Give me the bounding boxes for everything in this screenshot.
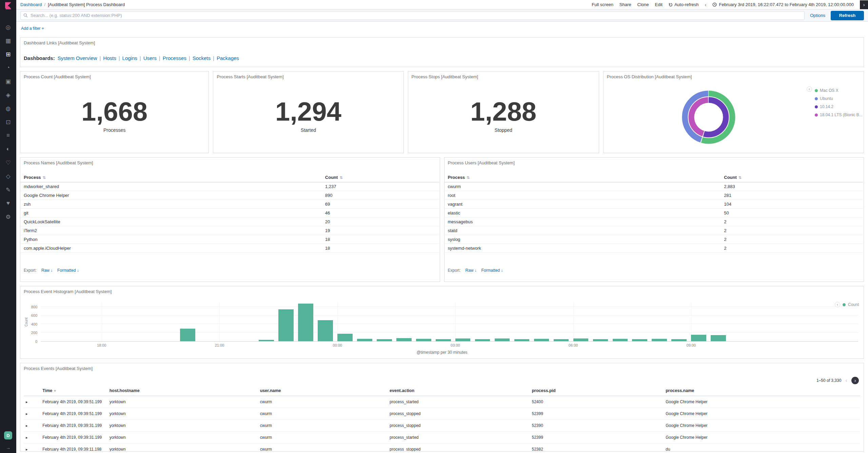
expand-row-icon[interactable]: ▸	[26, 435, 28, 439]
histogram-bar[interactable]	[711, 335, 726, 341]
histogram-bar[interactable]	[613, 339, 628, 341]
events-header-Time[interactable]: Time▾	[40, 386, 107, 396]
add-filter-link[interactable]: Add a filter +	[21, 26, 44, 31]
sidebar-item-apm-icon[interactable]: ◐	[0, 142, 16, 156]
users-header-count[interactable]: Count⇅	[721, 173, 863, 182]
events-header-host-hostname[interactable]: host.hostname	[107, 386, 258, 396]
dashboard-link-sockets[interactable]: Sockets	[193, 55, 211, 61]
expand-row-icon[interactable]: ▸	[26, 424, 28, 428]
link-separator: |	[99, 55, 101, 61]
export-raw-link[interactable]: Raw ↓	[41, 268, 53, 273]
dashboard-link-logins[interactable]: Logins	[122, 55, 137, 61]
expand-row-icon[interactable]: ▸	[26, 447, 28, 451]
histogram-bar[interactable]	[652, 339, 667, 341]
donut-legend: Mac OS XUbuntu10.14.218.04.1 LTS (Bionic…	[815, 86, 860, 119]
histogram-bar[interactable]	[357, 339, 372, 341]
names-header-count[interactable]: Count⇅	[322, 173, 439, 182]
histogram-bar[interactable]	[495, 338, 510, 341]
breadcrumb-dashboard-link[interactable]: Dashboard	[20, 2, 42, 7]
histogram-bar[interactable]	[337, 334, 353, 341]
events-header-process-pid[interactable]: process.pid	[530, 386, 664, 396]
sidebar-expand-icon[interactable]: →	[6, 445, 11, 450]
query-options-link[interactable]: Options	[810, 13, 825, 18]
events-header-user-name[interactable]: user.name	[258, 386, 388, 396]
histogram-bar[interactable]	[377, 339, 392, 341]
pagination-prev-button[interactable]: ‹	[845, 377, 847, 384]
search-input[interactable]	[31, 13, 802, 18]
sidebar-item-management-icon[interactable]: ⚙	[0, 210, 16, 224]
sidebar-item-dashboard-icon[interactable]: ⊞	[0, 47, 16, 61]
dashboard-link-users[interactable]: Users	[143, 55, 157, 61]
sidebar-item-maps-icon[interactable]: ◈	[0, 88, 16, 102]
topnav-share-button[interactable]: Share	[619, 2, 631, 7]
sidebar-item-uptime-icon[interactable]: ♡	[0, 156, 16, 169]
sidebar-item-visualize-icon[interactable]: ▦	[0, 34, 16, 47]
space-avatar-default[interactable]: D	[4, 431, 12, 439]
histogram-bar[interactable]	[691, 335, 706, 341]
histogram-bar[interactable]	[514, 339, 530, 341]
names-table-row: iTerm219	[20, 226, 439, 235]
histogram-bar[interactable]	[573, 338, 589, 341]
topnav-clone-button[interactable]: Clone	[637, 2, 649, 7]
histogram-bar[interactable]	[416, 339, 431, 341]
histogram-bar[interactable]	[671, 339, 687, 341]
histogram-bar[interactable]	[475, 339, 490, 341]
legend-label: Mac OS X	[820, 88, 839, 93]
expand-row-icon[interactable]: ▸	[26, 400, 28, 404]
events-header-process-name[interactable]: process.name	[664, 386, 860, 396]
sidebar-item-canvas-icon[interactable]: ▣	[0, 75, 16, 88]
topnav-full-screen-button[interactable]: Full screen	[592, 2, 613, 7]
export-raw-label: Raw	[41, 268, 50, 273]
legend-item-10-14-2[interactable]: 10.14.2	[815, 103, 860, 111]
legend-label: 18.04.1 LTS (Bionic B...	[820, 112, 863, 117]
histogram-bar[interactable]	[455, 338, 471, 341]
gridline-horizontal	[41, 307, 858, 307]
sidebar-item-logs-icon[interactable]: ≡	[0, 129, 16, 142]
sidebar-item-machine-learning-icon[interactable]: ◍	[0, 102, 16, 115]
legend-toggle-icon[interactable]: ‹	[807, 86, 812, 92]
histogram-bar[interactable]	[534, 339, 549, 341]
sidebar-item-dev-tools-icon[interactable]: ✎	[0, 183, 16, 197]
histogram-bar[interactable]	[259, 340, 274, 341]
time-range-picker[interactable]: February 3rd 2019, 16:22:07.472 to Febru…	[712, 2, 854, 7]
histogram-bar[interactable]	[318, 320, 333, 341]
expand-row-icon[interactable]: ▸	[26, 412, 28, 416]
events-header-event-action[interactable]: event.action	[388, 386, 530, 396]
dashboard-link-hosts[interactable]: Hosts	[103, 55, 116, 61]
histogram-bar[interactable]	[396, 338, 412, 341]
pagination-next-button[interactable]: ›	[851, 377, 859, 384]
dashboard-link-system-overview[interactable]: System Overview	[58, 55, 97, 61]
gridline-vertical	[455, 303, 456, 341]
legend-item-mac-os-x[interactable]: Mac OS X	[815, 86, 860, 95]
events-cell-host-hostname: yorktown	[107, 420, 258, 432]
sidebar-item-discover-icon[interactable]: ◎	[0, 20, 16, 34]
histogram-bar[interactable]	[593, 339, 608, 341]
legend-item-ubuntu[interactable]: Ubuntu	[815, 95, 860, 103]
sidebar-item-monitoring-icon[interactable]: ♥	[0, 197, 16, 210]
sidebar-item-graph-icon[interactable]: ◇	[0, 169, 16, 183]
histogram-bar[interactable]	[298, 304, 313, 341]
users-header-process[interactable]: Process⇅	[445, 173, 721, 182]
histogram-bar[interactable]	[632, 339, 647, 341]
kibana-logo[interactable]	[0, 0, 16, 12]
topnav-edit-button[interactable]: Edit	[655, 2, 663, 7]
export-raw-link[interactable]: Raw ↓	[466, 268, 477, 273]
time-back-button[interactable]: ‹	[705, 2, 706, 7]
auto-refresh-button[interactable]: Auto-refresh	[669, 2, 699, 7]
histogram-bar[interactable]	[278, 309, 294, 341]
sidebar-item-infrastructure-icon[interactable]: ⊡	[0, 115, 16, 129]
names-count-cell: 19	[322, 226, 439, 235]
histogram-bar[interactable]	[436, 339, 451, 341]
histogram-bar[interactable]	[180, 329, 195, 341]
export-formatted-link[interactable]: Formatted ↓	[57, 268, 79, 273]
legend-item-18-04-1-lts-bionic-b[interactable]: 18.04.1 LTS (Bionic B...	[815, 111, 860, 119]
refresh-button[interactable]: Refresh	[831, 11, 864, 20]
dashboard-link-packages[interactable]: Packages	[217, 55, 239, 61]
names-header-process[interactable]: Process⇅	[20, 173, 322, 182]
dashboard-link-processes[interactable]: Processes	[163, 55, 186, 61]
export-formatted-link[interactable]: Formatted ↓	[481, 268, 503, 273]
sidebar-item-timelion-icon[interactable]: ◔	[0, 61, 16, 75]
histogram-bar[interactable]	[554, 339, 569, 341]
names-table-row: Google Chrome Helper890	[20, 191, 439, 200]
time-forward-button[interactable]: ›	[860, 0, 868, 9]
